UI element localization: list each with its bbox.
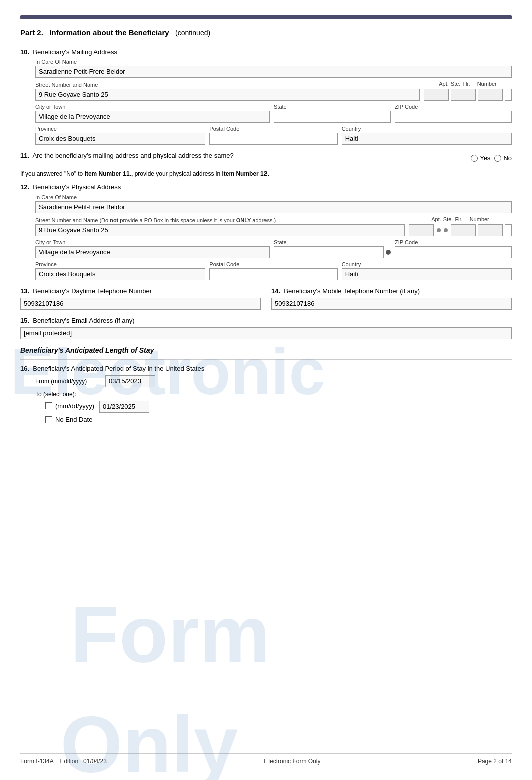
q12-dot2 <box>444 228 448 232</box>
q12-country-value[interactable]: Haiti <box>342 268 512 280</box>
q10-postal-group: Postal Code <box>209 126 337 145</box>
q10-apt-box[interactable] <box>424 89 449 101</box>
q11-no-radio[interactable] <box>494 155 501 162</box>
q16-mmdd-checkbox[interactable] <box>45 402 52 409</box>
q10-flr-box[interactable] <box>478 89 503 101</box>
inline-note-text1: If you answered "No" to <box>20 170 85 177</box>
q16-text: Beneficiary's Anticipated Period of Stay… <box>33 365 204 372</box>
q11-yes-label: Yes <box>480 154 490 162</box>
q10-number: 10. <box>20 48 29 56</box>
q12-state-label: State <box>274 239 391 245</box>
q11-yes-option[interactable]: Yes <box>471 154 490 162</box>
q16-from-value[interactable]: 03/15/2023 <box>105 375 155 387</box>
q14-value[interactable]: 50932107186 <box>271 298 512 310</box>
footer-edition-date: 01/04/23 <box>83 758 107 765</box>
q10-postal-box[interactable] <box>209 133 337 145</box>
q10-zip-box[interactable] <box>395 111 512 123</box>
footer-left: Form I-134A Edition 01/04/23 <box>20 758 107 765</box>
q12-incareof-group: In Care Of Name Saradienne Petit-Frere B… <box>35 194 512 213</box>
q10-number-box[interactable] <box>505 89 512 101</box>
q11-yes-radio[interactable] <box>471 155 478 162</box>
q11-number: 11. <box>20 152 29 159</box>
q12-state-dot <box>386 250 391 255</box>
q13-q14-row: 13. Beneficiary's Daytime Telephone Numb… <box>20 287 512 310</box>
q12-postal-label: Postal Code <box>209 261 337 267</box>
q11-text: Are the beneficiary's mailing address an… <box>33 152 234 159</box>
q10-province-group: Province Croix des Bouquets <box>35 126 205 145</box>
q12-apt-box[interactable] <box>409 224 434 236</box>
inline-note-text2: provide your physical address in <box>133 170 222 177</box>
q16-to-label: To (select one): <box>35 391 100 398</box>
q13-q14-container: Form 13. Beneficiary's Daytime Telephone… <box>20 287 512 423</box>
q16-noend-checkbox[interactable] <box>45 416 52 423</box>
q12-number-label: Number <box>470 216 489 222</box>
q12-address-block: In Care Of Name Saradienne Petit-Frere B… <box>35 194 512 280</box>
q12-text: Beneficiary's Physical Address <box>33 183 121 191</box>
q16-from-row: From (mm/dd/yyyy) 03/15/2023 <box>35 375 512 387</box>
q10-country-value[interactable]: Haiti <box>342 133 512 145</box>
q12-street-label: Street Number and Name (Do not provide a… <box>35 217 405 223</box>
q10-state-box[interactable] <box>274 111 391 123</box>
q12-number-box[interactable] <box>505 224 512 236</box>
inline-note-bold1: Item Number 11., <box>85 170 133 177</box>
q12-ste-box[interactable] <box>451 224 476 236</box>
q10-ste-label: Ste. <box>451 81 461 87</box>
q10-ste-box[interactable] <box>451 89 476 101</box>
q14-label: 14. Beneficiary's Mobile Telephone Numbe… <box>271 287 512 295</box>
watermark-only: Only <box>60 698 238 780</box>
q12-dot1 <box>437 228 441 232</box>
q12-postal-box[interactable] <box>209 268 337 280</box>
q10-province-value[interactable]: Croix des Bouquets <box>35 133 205 145</box>
q12-flr-box[interactable] <box>478 224 503 236</box>
q12-apt-label: Apt. <box>431 216 441 222</box>
top-bar <box>20 15 512 19</box>
q12-state-box[interactable] <box>274 246 384 258</box>
q11-no-option[interactable]: No <box>494 154 512 162</box>
q10-incareof-label: In Care Of Name <box>35 59 512 65</box>
q16-to-row: To (select one): <box>35 391 512 398</box>
q13-value[interactable]: 50932107186 <box>20 298 261 310</box>
q12-number: 12. <box>20 183 29 191</box>
q12-province-row: Province Croix des Bouquets Postal Code … <box>35 261 512 280</box>
footer-edition-label: Edition <box>60 758 78 765</box>
q12-zip-label: ZIP Code <box>395 239 512 245</box>
q10-state-label: State <box>274 104 391 110</box>
q12-incareof-value[interactable]: Saradienne Petit-Frere Beldor <box>35 201 512 213</box>
q15-value[interactable]: [email protected] <box>20 327 512 339</box>
q12-zip-box[interactable] <box>395 246 512 258</box>
q10-zip-group: ZIP Code <box>395 104 512 123</box>
q15-label: 15. Beneficiary's Email Address (if any) <box>20 317 512 324</box>
section-divider <box>20 359 512 360</box>
q10-city-value[interactable]: Village de la Prevoyance <box>35 111 270 123</box>
q12-country-label: Country <box>342 261 512 267</box>
q12-province-value[interactable]: Croix des Bouquets <box>35 268 205 280</box>
section-title: Beneficiary's Anticipated Length of Stay <box>20 346 512 354</box>
q16-mmdd-checkbox-row: (mm/dd/yyyy) <box>45 402 94 410</box>
q12-province-label: Province <box>35 261 205 267</box>
q10-flr-label: Flr. <box>462 81 470 87</box>
question-10-block: 10. Beneficiary's Mailing Address In Car… <box>20 48 512 145</box>
q16-from-to: From (mm/dd/yyyy) 03/15/2023 To (select … <box>35 375 512 423</box>
q10-province-label: Province <box>35 126 205 132</box>
q13-text: Beneficiary's Daytime Telephone Number <box>33 287 152 295</box>
q14-text: Beneficiary's Mobile Telephone Number (i… <box>284 287 420 295</box>
q12-street-value[interactable]: 9 Rue Goyave Santo 25 <box>35 224 405 236</box>
question-11-block: 11. Are the beneficiary's mailing addres… <box>20 152 512 162</box>
q16-mmdd-value[interactable]: 01/23/2025 <box>99 401 149 413</box>
q12-city-group: City or Town Village de la Prevoyance <box>35 239 270 258</box>
q12-state-group: State <box>274 239 391 258</box>
q11-yes-no: Yes No <box>471 154 512 162</box>
q10-incareof-value[interactable]: Saradienne Petit-Frere Beldor <box>35 66 512 78</box>
q12-city-value[interactable]: Village de la Prevoyance <box>35 246 270 258</box>
q11-no-label: No <box>503 154 512 162</box>
q15-number: 15. <box>20 317 29 324</box>
q16-noend-row: No End Date <box>45 416 512 423</box>
q13-number: 13. <box>20 287 29 295</box>
q16-noend-label: No End Date <box>55 416 92 423</box>
q10-street-value[interactable]: 9 Rue Goyave Santo 25 <box>35 89 420 101</box>
q10-street-group: Street Number and Name 9 Rue Goyave Sant… <box>35 82 420 101</box>
q10-text: Beneficiary's Mailing Address <box>33 48 117 56</box>
q10-number-label: Number <box>477 81 497 87</box>
q12-city-row: City or Town Village de la Prevoyance St… <box>35 239 512 258</box>
q16-from-label: From (mm/dd/yyyy) <box>35 378 100 385</box>
